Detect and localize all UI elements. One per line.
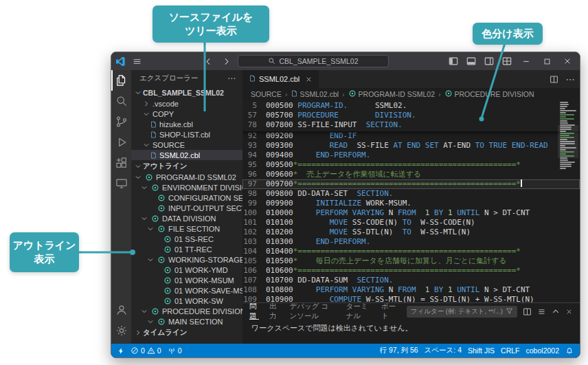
outline-item[interactable]: 01 WORK-MSUM bbox=[131, 275, 242, 285]
toggle-secondary-sidebar-icon[interactable] bbox=[482, 54, 496, 68]
line-number[interactable]: 100 bbox=[242, 208, 266, 218]
eol-setting[interactable]: CRLF bbox=[501, 346, 519, 355]
code-line[interactable]: 93009300 READ SS-FILE AT END SET AT-END … bbox=[242, 141, 580, 151]
panel-tab[interactable]: ターミナル bbox=[346, 303, 371, 320]
line-number[interactable]: 5 bbox=[242, 101, 266, 111]
extensions-icon[interactable] bbox=[111, 153, 131, 173]
explorer-root-folder[interactable]: CBL_SAMPLE_SSML02 bbox=[131, 87, 242, 98]
panel-tab[interactable]: 出力 bbox=[269, 303, 279, 320]
outline-item[interactable]: ENVIRONMENT DIVISION bbox=[131, 182, 242, 192]
panel-view-icon[interactable] bbox=[537, 307, 546, 316]
line-number[interactable]: 107 bbox=[242, 276, 266, 285]
code-editor[interactable]: 5000500 PROGRAM-ID. SSML02.57005700 PROC… bbox=[242, 100, 580, 302]
panel-tab[interactable]: 問題 bbox=[249, 303, 259, 320]
outline-item[interactable]: INPUT-OUTPUT SECTION bbox=[131, 203, 242, 213]
outline-item[interactable]: CONFIGURATION SECTION bbox=[131, 192, 242, 203]
explorer-file[interactable]: SSML02.cbl bbox=[131, 150, 242, 160]
outline-item[interactable]: 01 SS-REC bbox=[131, 234, 242, 244]
code-line[interactable]: 109010900 COMPUTE W-SS-MTL(N) = SS-DTL(N… bbox=[242, 295, 580, 302]
code-line[interactable]: 96009600* 売上データを作業領域に転送する bbox=[242, 170, 580, 179]
outline-item[interactable]: 01 WORK-SAVE-MSUM bbox=[131, 285, 242, 296]
outline-item[interactable]: PROGRAM-ID SSML02 bbox=[131, 172, 242, 182]
line-number[interactable]: 102 bbox=[242, 228, 266, 237]
line-number[interactable]: 94 bbox=[242, 151, 266, 160]
ports-status[interactable]: 0 bbox=[168, 346, 182, 355]
code-line[interactable]: 94009400 END-PERFORM. bbox=[242, 151, 580, 160]
breadcrumb-item[interactable]: SSML02.cbl bbox=[291, 89, 339, 99]
settings-icon[interactable] bbox=[111, 320, 131, 341]
code-line[interactable]: 57005700 PROCEDURE DIVISION. bbox=[242, 111, 580, 120]
code-line[interactable]: 108010800 PERFORM VARYING N FROM 1 BY 1 … bbox=[242, 285, 580, 295]
line-number[interactable]: 95 bbox=[242, 160, 266, 170]
code-line[interactable]: 5000500 PROGRAM-ID. SSML02. bbox=[242, 101, 580, 111]
explorer-folder[interactable]: .vscode bbox=[131, 98, 242, 109]
remote-indicator[interactable] bbox=[117, 346, 124, 355]
panel-tab[interactable]: デバッグ コンソール bbox=[289, 303, 335, 320]
panel-split-icon[interactable] bbox=[523, 307, 532, 316]
outline-item[interactable]: MAIN SECTION bbox=[131, 316, 242, 327]
search-icon[interactable] bbox=[111, 91, 131, 111]
outline-item[interactable]: WORKING-STORAGE SEC... bbox=[131, 254, 242, 265]
notifications-bell[interactable] bbox=[565, 346, 574, 355]
outline-item[interactable]: 01 TT-REC bbox=[131, 244, 242, 254]
source-control-icon[interactable] bbox=[111, 111, 131, 132]
line-number[interactable]: 108 bbox=[242, 285, 266, 295]
outline-item[interactable]: FILE SECTION bbox=[131, 223, 242, 234]
explorer-folder[interactable]: COPY bbox=[131, 109, 242, 119]
toggle-panel-icon[interactable] bbox=[464, 54, 478, 68]
account-icon[interactable] bbox=[111, 300, 131, 320]
code-line[interactable]: 92009200 END-IF bbox=[242, 131, 580, 141]
line-number[interactable]: 92 bbox=[242, 131, 266, 141]
nav-back-icon[interactable] bbox=[202, 54, 216, 68]
panel-maximize-icon[interactable] bbox=[552, 307, 560, 316]
minimap-slider[interactable] bbox=[558, 125, 578, 158]
line-number[interactable]: 104 bbox=[242, 247, 266, 256]
line-number[interactable]: 97 bbox=[242, 179, 266, 189]
customize-layout-icon[interactable] bbox=[500, 54, 514, 68]
cursor-position[interactable]: 行 97, 列 56 bbox=[380, 346, 418, 355]
code-line[interactable]: 102010200 MOVE SS-DTL(N) TO W-SS-MTL(N) bbox=[242, 228, 580, 237]
code-line[interactable]: 100010000 PERFORM VARYING N FROM 1 BY 1 … bbox=[242, 208, 580, 218]
close-button[interactable] bbox=[559, 53, 576, 69]
language-mode[interactable]: cobol2002 bbox=[526, 346, 559, 355]
line-number[interactable]: 93 bbox=[242, 141, 266, 151]
close-tab-icon[interactable] bbox=[305, 76, 313, 83]
line-number[interactable]: 105 bbox=[242, 256, 266, 266]
editor-more-icon[interactable]: ⋯ bbox=[563, 72, 577, 86]
breadcrumb-item[interactable]: PROGRAM-ID SSML02 bbox=[348, 89, 435, 99]
toggle-sidebar-icon[interactable] bbox=[446, 54, 460, 68]
code-line[interactable]: 106010600*==============================… bbox=[242, 266, 580, 276]
outline-section-header[interactable]: アウトライン bbox=[131, 160, 242, 172]
problems-filter-input[interactable]: フィルター (例: テキスト, **/...) bbox=[407, 306, 517, 318]
outline-item[interactable]: 01 WORK-YMD bbox=[131, 265, 242, 275]
line-number[interactable]: 109 bbox=[242, 295, 266, 302]
line-number[interactable]: 101 bbox=[242, 218, 266, 228]
outline-item[interactable]: DATA DIVISION bbox=[131, 213, 242, 223]
explorer-file[interactable]: hizuke.cbl bbox=[131, 119, 242, 129]
line-number[interactable]: 78 bbox=[242, 120, 266, 130]
minimize-button[interactable] bbox=[518, 53, 534, 69]
command-center-search[interactable]: CBL_SAMPLE_SSML02 bbox=[238, 55, 389, 67]
line-number[interactable]: 96 bbox=[242, 170, 266, 179]
code-line[interactable]: 101010100 MOVE SS-CODE(N) TO W-SS-CODE(N… bbox=[242, 218, 580, 228]
remote-icon[interactable] bbox=[111, 173, 131, 194]
more-actions-icon[interactable]: ⋯ bbox=[227, 74, 236, 83]
panel-close-icon[interactable] bbox=[565, 308, 573, 316]
problems-status[interactable]: 0 0 bbox=[131, 346, 161, 355]
explorer-folder[interactable]: SOURCE bbox=[131, 140, 242, 150]
outline-item[interactable]: PROCEDURE DIVISION bbox=[131, 306, 242, 316]
code-line[interactable]: 104010400*==============================… bbox=[242, 247, 580, 256]
code-line[interactable]: 103010300 END-PERFORM. bbox=[242, 237, 580, 247]
line-number[interactable]: 98 bbox=[242, 189, 266, 199]
outline-item[interactable]: 01 WORK-SW bbox=[131, 296, 242, 306]
line-number[interactable]: 99 bbox=[242, 199, 266, 208]
code-line[interactable]: 97009700*===============================… bbox=[242, 179, 580, 189]
split-editor-icon[interactable] bbox=[547, 72, 561, 86]
maximize-button[interactable] bbox=[539, 53, 555, 69]
indent-setting[interactable]: スペース: 4 bbox=[425, 346, 462, 355]
run-debug-icon[interactable] bbox=[111, 132, 131, 153]
code-line[interactable]: 105010500* 毎日の売上データを店舗毎に加算し、月ごとに集計する bbox=[242, 256, 580, 266]
code-line[interactable]: 98009800 DD-DATA-SET SECTION. bbox=[242, 189, 580, 199]
breadcrumb-item[interactable]: PROCEDURE DIVISION bbox=[444, 89, 534, 99]
minimap[interactable] bbox=[558, 102, 578, 170]
